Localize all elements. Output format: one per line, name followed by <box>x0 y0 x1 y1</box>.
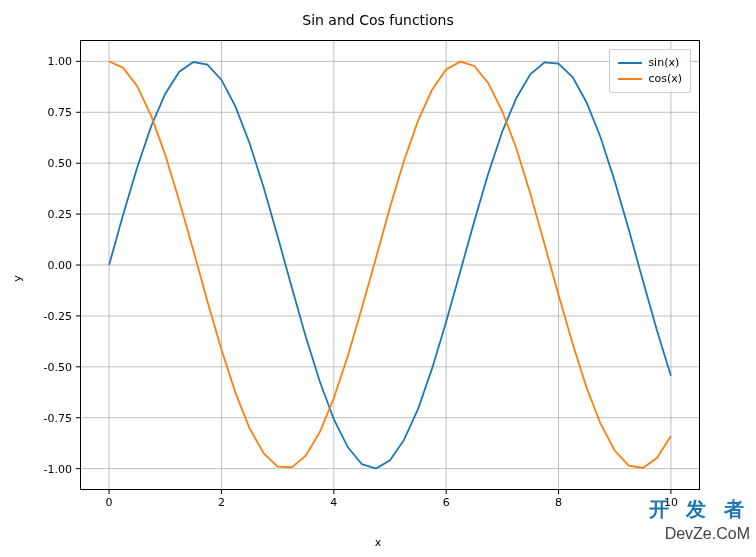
svg-text:-0.75: -0.75 <box>44 412 72 425</box>
legend: sin(x) cos(x) <box>609 49 691 93</box>
legend-entry-cos: cos(x) <box>618 71 682 87</box>
svg-text:2: 2 <box>218 496 225 509</box>
chart-title: Sin and Cos functions <box>0 12 756 28</box>
legend-swatch-sin <box>618 62 642 64</box>
svg-text:-1.00: -1.00 <box>44 463 72 476</box>
x-ticks: 0246810 <box>80 490 700 512</box>
svg-text:8: 8 <box>555 496 562 509</box>
svg-text:0.00: 0.00 <box>48 259 73 272</box>
legend-entry-sin: sin(x) <box>618 55 682 71</box>
svg-text:0: 0 <box>106 496 113 509</box>
legend-swatch-cos <box>618 78 642 80</box>
svg-text:0.25: 0.25 <box>48 208 73 221</box>
svg-text:6: 6 <box>443 496 450 509</box>
svg-text:0.75: 0.75 <box>48 106 73 119</box>
legend-label-cos: cos(x) <box>648 71 682 87</box>
y-ticks: -1.00-0.75-0.50-0.250.000.250.500.751.00 <box>20 40 80 490</box>
plot-axes: 0246810 -1.00-0.75-0.50-0.250.000.250.50… <box>80 40 700 490</box>
svg-text:-0.25: -0.25 <box>44 310 72 323</box>
svg-text:0.50: 0.50 <box>48 157 73 170</box>
svg-text:-0.50: -0.50 <box>44 361 72 374</box>
svg-text:10: 10 <box>664 496 678 509</box>
svg-text:4: 4 <box>330 496 337 509</box>
plot-svg <box>81 41 699 489</box>
svg-text:1.00: 1.00 <box>48 55 73 68</box>
grid <box>81 41 699 489</box>
legend-label-sin: sin(x) <box>648 55 679 71</box>
x-axis-label: x <box>0 536 756 549</box>
figure: Sin and Cos functions y 0246810 -1.00-0.… <box>0 0 756 557</box>
